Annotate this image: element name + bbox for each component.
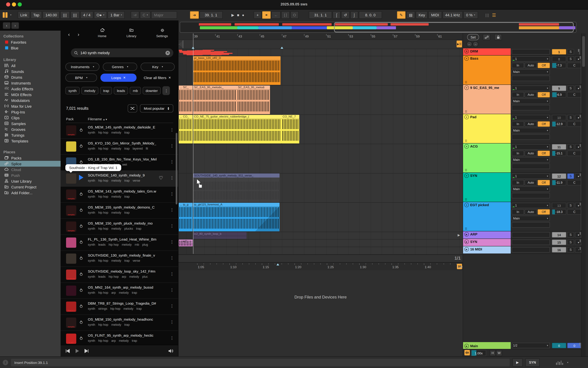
crossfade-routing-field[interactable]: 1/2▼ [512, 343, 550, 348]
loops-filter-chip[interactable]: Loops✕ [100, 74, 137, 82]
expand-track-icon[interactable]: ▶ [464, 239, 469, 244]
previous-icon[interactable] [65, 349, 70, 353]
link-button[interactable]: Link [18, 11, 30, 19]
track-header-main[interactable]: ▶Main 1/2▼ 0 0 [463, 342, 581, 349]
solo-button[interactable]: S [567, 239, 574, 245]
track-header-16-midi[interactable]: ▶16 MIDI 16 S ◔ [463, 246, 581, 254]
genres-filter-chip[interactable]: Genres▾ [103, 63, 137, 71]
tag-chip-trap[interactable]: trap [100, 87, 112, 94]
sidebar-item-max-for-live[interactable]: Max for Live [0, 103, 61, 109]
sample-row[interactable]: Southside⥁SOUTHSIDE_melody_loop_sky_142_… [61, 267, 178, 283]
output-meter-icon[interactable] [556, 360, 563, 365]
heart-icon[interactable]: ♡ [159, 175, 163, 181]
shuffle-icon[interactable] [128, 104, 137, 112]
track-number-display[interactable]: 10 [552, 115, 566, 120]
pack-column-header[interactable]: Pack [66, 117, 81, 121]
nudge-up-button[interactable]: ||| [70, 11, 80, 19]
pan-field[interactable]: C [567, 151, 581, 156]
next-icon[interactable] [84, 349, 89, 353]
solo-button[interactable]: S [567, 144, 574, 150]
retrigger-icon[interactable]: ⥁ [80, 256, 83, 261]
retrigger-icon[interactable]: ⥁ [80, 192, 83, 197]
sidebar-item-tunings[interactable]: Tunings [0, 132, 61, 138]
take-lane-play-icon[interactable]: ▶ [458, 233, 460, 237]
track-number-display[interactable]: 1 [552, 49, 566, 55]
clip-co-ne-7[interactable]: CO_NE_7 [282, 115, 299, 143]
computer-midi-keyboard-button[interactable]: ▤ [406, 11, 415, 19]
monitor-in-button[interactable]: In [512, 63, 524, 68]
monitor-off-button[interactable]: Off [538, 121, 550, 127]
playback-speed-field[interactable]: 1.00x [471, 350, 486, 356]
track-header-arp[interactable]: ▶ARP 14 S ● [463, 231, 581, 239]
input-routing-field[interactable]: 1▼ [512, 85, 550, 91]
sidebar-item-all[interactable]: All [0, 63, 61, 68]
clip-sc-eas-95-melodi[interactable]: SC_EAS_95_melodi [237, 85, 270, 114]
retrigger-icon[interactable]: ⥁ [80, 240, 83, 245]
play-button[interactable]: ▶ [231, 13, 234, 17]
clip--ip-g[interactable]: ... ip_g [179, 203, 193, 231]
scale-name-menu[interactable]: Major [151, 11, 177, 19]
follow-button[interactable]: ➔ [190, 11, 199, 19]
loop-length-field[interactable]: 8. 0. 0 [359, 11, 382, 19]
kebab-menu-icon[interactable]: ⋮ [170, 288, 174, 292]
sidebar-item-user-library[interactable]: User Library [0, 178, 61, 184]
track-lane-bass[interactable]: pr_bass_120_off2_D [178, 56, 463, 85]
overview-zoom-window[interactable] [334, 22, 574, 32]
sample-row[interactable]: SOUTHSIDE_140_synth_melody_9synthhip hop… [61, 171, 178, 187]
sample-row[interactable]: memphis⥁OS_MEM_143_synth_melody_tales_Gm… [61, 187, 178, 203]
time-ruler[interactable]: 1:051:101:151:201:251:301:351:401:45 [178, 262, 463, 270]
nudge-down-button[interactable]: ||| [60, 11, 70, 19]
input-routing-field[interactable]: 1▼ [512, 56, 550, 62]
midi-clip-notes[interactable] [179, 50, 228, 55]
monitor-in-button[interactable]: In [512, 121, 524, 127]
kebab-menu-icon[interactable]: ⋮ [170, 143, 174, 148]
status-play-button[interactable]: ▶ [512, 358, 522, 367]
collapse-track-icon[interactable]: ▼ [464, 174, 469, 178]
clip-ic2-80-synth-loop-b[interactable]: ic2_80_synth_loop_b [193, 232, 247, 239]
kebab-menu-icon[interactable]: ⋮ [170, 175, 174, 180]
collapse-track-icon[interactable]: ▼ [464, 144, 469, 148]
sidebar-item-clips[interactable]: Clips [0, 115, 61, 121]
kebab-menu-icon[interactable]: ⋮ [170, 223, 174, 228]
automation-reenable-button[interactable]: ⚭ [262, 11, 271, 19]
track-header-acg[interactable]: ▼ACG ☰ 1▼ InAutoOff Main▼ 11 S ● -15.1 C [463, 143, 581, 173]
stop-button[interactable]: ■ [237, 13, 239, 17]
volume-field[interactable]: -12.9 [552, 121, 566, 127]
prev-locator-button[interactable]: ← [466, 41, 472, 47]
loop-switch-icon[interactable]: ↺ [341, 11, 350, 19]
sidebar-item-templates[interactable]: Templates [0, 138, 61, 144]
clear-all-filters-button[interactable]: Clear all filters✕ [140, 74, 175, 82]
track-number-display[interactable]: 8 [552, 56, 566, 62]
monitor-off-button[interactable]: Off [538, 63, 550, 68]
zoom-width-button[interactable]: W [496, 350, 502, 356]
metronome-button[interactable]: O●▾ [94, 11, 107, 19]
retrigger-icon[interactable]: ⥁ [80, 144, 83, 149]
loop-marker-icon[interactable]: O [290, 11, 299, 19]
clip-pr-bass-120-off2-d[interactable]: pr_bass_120_off2_D [193, 56, 281, 85]
quantize-menu[interactable]: 1 Bar▾ [108, 11, 125, 19]
sidebar-item-current-project[interactable]: Current Project [0, 184, 61, 190]
monitor-off-button[interactable]: Off [538, 209, 550, 215]
clip-southside-140-synth-melody-911-verse-[interactable]: SOUTHSIDE_140_synth_melody_911_verse_ [193, 174, 279, 202]
back-to-arrangement-icon[interactable]: ← [271, 11, 281, 19]
playing-icon[interactable] [79, 175, 83, 181]
clip--co-[interactable]: ... CO_ [179, 115, 193, 143]
track-lane-pad[interactable]: ... CO_ CO_NE_75_guitar_electric_rubberb… [178, 115, 463, 144]
sidebar-item-favorites[interactable]: Favorites [0, 39, 61, 45]
sample-row[interactable]: memphis⥁OS_MEM_150_synth_pluck_melody_mo… [61, 219, 178, 235]
monitor-auto-button[interactable]: Auto [525, 63, 537, 68]
expand-track-icon[interactable]: ☰ [464, 49, 469, 54]
sidebar-item-plug-ins[interactable]: Plug-Ins [0, 109, 61, 115]
track-header-egt-picked[interactable]: ▼EGT picked ☰ 1▼ InAutoOff Main▼ 13 S ● … [463, 202, 581, 231]
kebab-menu-icon[interactable]: ⋮ [170, 320, 174, 324]
kebab-menu-icon[interactable]: ⋮ [170, 159, 174, 164]
track-lane-arp[interactable]: ic2_80_synth_loop_b▶ [178, 232, 463, 239]
meter-chevron-icon[interactable]: ▾ [567, 361, 568, 364]
sample-row[interactable]: memphis⥁OS_MEM_150_synth_melody_headhonc… [61, 315, 178, 331]
loop-start-field[interactable]: 31. 1. 1 [309, 11, 332, 19]
track-number-display[interactable]: 15 [552, 239, 566, 245]
play-preview-icon[interactable] [75, 349, 79, 353]
sample-row[interactable]: ⥁SOUTHSIDE_130_synth_melody_finale_vsynt… [61, 251, 178, 267]
time-signature-field[interactable]: 4 / 4 [80, 11, 93, 19]
monitor-in-button[interactable]: In [512, 92, 524, 97]
